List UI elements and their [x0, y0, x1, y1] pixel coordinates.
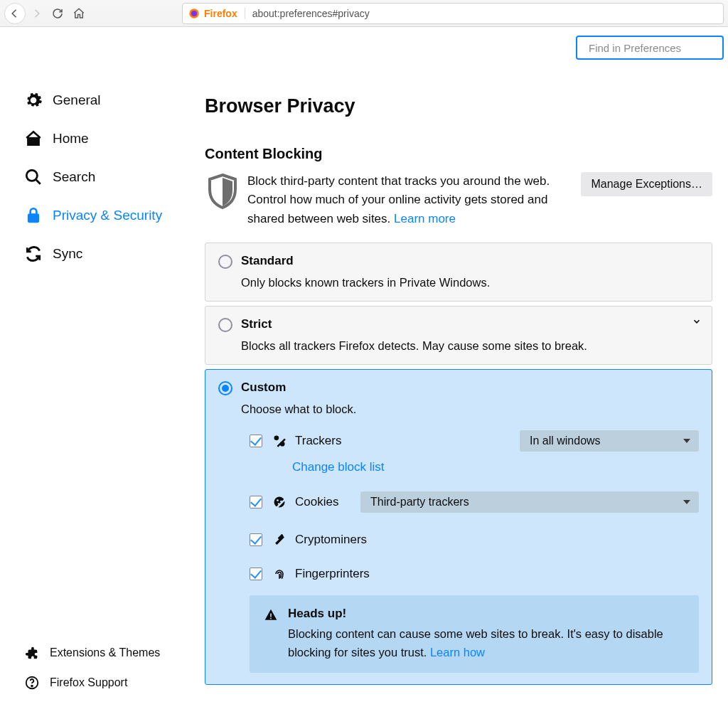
mode-title: Custom: [241, 380, 286, 395]
identity-label: Firefox: [204, 8, 245, 19]
back-button[interactable]: [4, 3, 26, 24]
sidebar-item-home[interactable]: Home: [24, 119, 185, 158]
fingerprinters-icon: [272, 567, 287, 581]
mode-desc: Only blocks known trackers in Private Wi…: [241, 276, 699, 289]
option-label: Trackers: [295, 434, 342, 448]
reload-button[interactable]: [47, 3, 68, 24]
sidebar-item-label: Firefox Support: [50, 676, 127, 689]
sidebar-item-label: Extensions & Themes: [50, 646, 160, 659]
mode-title: Standard: [241, 254, 294, 268]
mode-title: Strict: [241, 317, 272, 331]
url-bar[interactable]: Firefox about:preferences#privacy: [182, 3, 724, 24]
sidebar-item-label: General: [53, 92, 101, 108]
url-text: about:preferences#privacy: [252, 8, 370, 19]
sidebar-item-general[interactable]: General: [24, 81, 185, 119]
mode-card-strict[interactable]: Strict Blocks all trackers Firefox detec…: [205, 306, 712, 365]
mode-card-standard[interactable]: Standard Only blocks known trackers in P…: [205, 243, 712, 302]
sidebar-item-label: Search: [53, 169, 95, 185]
sidebar-item-privacy[interactable]: Privacy & Security: [24, 196, 185, 235]
sidebar-item-search[interactable]: Search: [24, 158, 185, 196]
help-icon: [24, 675, 40, 691]
sidebar-item-label: Privacy & Security: [53, 208, 162, 223]
home-icon: [24, 129, 43, 148]
mode-desc: Choose what to block.: [241, 403, 699, 416]
search-box[interactable]: [576, 36, 724, 60]
manage-exceptions-button[interactable]: Manage Exceptions…: [581, 172, 712, 196]
learn-more-link[interactable]: Learn more: [394, 212, 456, 225]
change-blocklist-link[interactable]: Change block list: [292, 460, 384, 474]
shield-icon: [205, 172, 247, 215]
checkbox-cryptominers[interactable]: [250, 533, 262, 546]
sidebar-item-extensions[interactable]: Extensions & Themes: [24, 638, 185, 668]
lock-icon: [24, 206, 43, 225]
gear-icon: [24, 91, 43, 110]
cookies-select[interactable]: Third-party trackers: [360, 491, 699, 513]
radio-strict[interactable]: [218, 318, 232, 332]
sidebar-item-label: Home: [53, 131, 89, 147]
sidebar-item-support[interactable]: Firefox Support: [24, 668, 185, 698]
mode-card-custom[interactable]: Custom Choose what to block. Trackers In…: [205, 369, 712, 685]
option-label: Cryptominers: [295, 533, 367, 547]
puzzle-icon: [24, 645, 40, 661]
search-icon: [24, 168, 43, 186]
browser-toolbar: Firefox about:preferences#privacy: [0, 0, 728, 27]
cookies-icon: [272, 495, 287, 509]
checkbox-cookies[interactable]: [250, 496, 262, 508]
svg-point-7: [274, 436, 279, 441]
section-description: Block third-party content that tracks yo…: [247, 172, 581, 228]
chevron-down-icon: [692, 316, 702, 329]
sidebar-item-label: Sync: [53, 246, 82, 262]
mode-desc: Blocks all trackers Firefox detects. May…: [241, 339, 699, 353]
home-button[interactable]: [68, 3, 90, 24]
sidebar-item-sync[interactable]: Sync: [24, 235, 185, 273]
radio-standard[interactable]: [218, 255, 232, 269]
svg-rect-3: [28, 214, 38, 223]
firefox-logo-icon: [188, 8, 200, 19]
warning-note: Heads up! Blocking content can cause som…: [250, 595, 699, 673]
trackers-icon: [272, 434, 287, 448]
cryptominers-icon: [272, 533, 287, 547]
section-title: Content Blocking: [205, 146, 712, 162]
note-desc: Blocking content can cause some web site…: [288, 625, 685, 661]
option-label: Fingerprinters: [295, 567, 370, 581]
svg-point-1: [191, 11, 197, 16]
svg-point-5: [31, 686, 33, 687]
page-title: Browser Privacy: [205, 95, 712, 117]
forward-button[interactable]: [26, 3, 47, 24]
note-title: Heads up!: [288, 607, 685, 621]
radio-custom[interactable]: [218, 381, 232, 395]
preferences-sidebar: General Home Search Privacy & Security S…: [0, 27, 192, 719]
svg-rect-18: [270, 618, 272, 619]
preferences-main: Browser Privacy Content Blocking Block t…: [192, 27, 728, 719]
sync-icon: [24, 245, 43, 263]
checkbox-fingerprinters[interactable]: [250, 568, 262, 580]
search-input[interactable]: [587, 41, 725, 55]
checkbox-trackers[interactable]: [250, 435, 262, 447]
svg-point-11: [277, 499, 279, 501]
svg-point-2: [26, 170, 37, 181]
svg-rect-17: [270, 614, 272, 617]
option-label: Cookies: [295, 495, 338, 509]
learn-how-link[interactable]: Learn how: [430, 646, 485, 659]
trackers-select[interactable]: In all windows: [520, 430, 699, 452]
warning-icon: [264, 608, 278, 661]
